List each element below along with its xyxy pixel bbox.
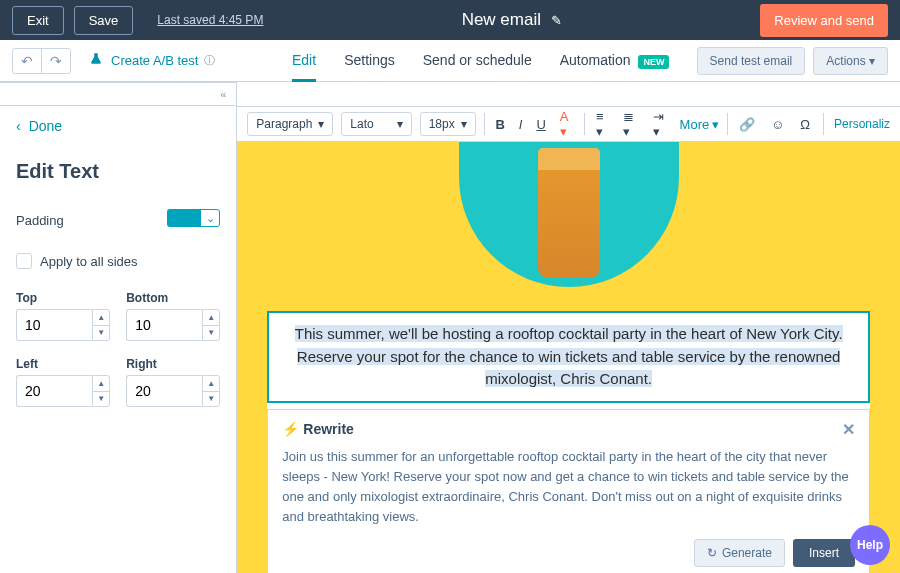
padding-label: Padding xyxy=(16,213,64,228)
chevron-down-icon: ⌄ xyxy=(200,209,220,227)
apply-all-checkbox[interactable] xyxy=(16,253,32,269)
padding-bottom-input: ▲▼ xyxy=(126,309,220,341)
content-block: This summer, we'll be hosting a rooftop … xyxy=(267,311,870,573)
tab-send-or-schedule[interactable]: Send or schedule xyxy=(423,41,532,82)
redo-button[interactable]: ↷ xyxy=(42,49,70,73)
italic-button[interactable]: I xyxy=(516,117,526,132)
link-icon[interactable]: 🔗 xyxy=(736,117,758,132)
close-icon[interactable]: ✕ xyxy=(842,420,855,439)
ab-test-label: Create A/B test xyxy=(111,53,198,68)
padding-top-bottom: Top ▲▼ Bottom ▲▼ xyxy=(0,283,236,349)
padding-top-input: ▲▼ xyxy=(16,309,110,341)
align-button[interactable]: ≡ ▾ xyxy=(593,109,612,139)
rich-text-toolbar: Paragraph▾ Lato▾ 18px▾ B I U A ▾ ≡ ▾ ≣ ▾… xyxy=(237,106,900,142)
cocktail-glass-graphic xyxy=(538,148,600,278)
rewrite-title: Rewrite xyxy=(303,421,354,437)
info-icon[interactable]: ⓘ xyxy=(204,53,215,68)
chevron-left-icon: ‹ xyxy=(16,118,21,134)
workspace: « ‹ Done Edit Text Padding ⌄ Apply to al… xyxy=(0,82,900,573)
hero-image xyxy=(459,142,679,287)
padding-right-field[interactable] xyxy=(126,375,202,407)
section-title: Edit Text xyxy=(0,146,236,201)
bolt-icon: ⚡ xyxy=(282,421,299,437)
more-dropdown[interactable]: More ▾ xyxy=(680,117,720,132)
main-tabs: Edit Settings Send or schedule Automatio… xyxy=(292,40,669,82)
padding-row: Padding ⌄ xyxy=(0,201,236,239)
generate-button[interactable]: ↻Generate xyxy=(694,539,785,567)
menubar-right: Send test email Actions ▾ xyxy=(697,47,888,75)
insert-button[interactable]: Insert xyxy=(793,539,855,567)
separator xyxy=(823,113,824,135)
edit-title-icon[interactable]: ✎ xyxy=(551,13,562,28)
selected-text-block[interactable]: This summer, we'll be hosting a rooftop … xyxy=(267,311,870,403)
padding-bottom-field[interactable] xyxy=(126,309,202,341)
tab-edit[interactable]: Edit xyxy=(292,41,316,82)
padding-left-input: ▲▼ xyxy=(16,375,110,407)
padding-right-stepper[interactable]: ▲▼ xyxy=(202,375,220,407)
bold-button[interactable]: B xyxy=(492,117,507,132)
separator xyxy=(584,113,585,135)
padding-right-label: Right xyxy=(126,357,220,371)
tab-settings[interactable]: Settings xyxy=(344,41,395,82)
save-button[interactable]: Save xyxy=(74,6,134,35)
padding-top-label: Top xyxy=(16,291,110,305)
padding-bottom-stepper[interactable]: ▲▼ xyxy=(202,309,220,341)
send-test-email-button[interactable]: Send test email xyxy=(697,47,806,75)
apply-all-label: Apply to all sides xyxy=(40,254,138,269)
padding-toggle[interactable]: ⌄ xyxy=(167,209,220,231)
paragraph-style-dropdown[interactable]: Paragraph▾ xyxy=(247,112,333,136)
topbar-left: Exit Save Last saved 4:45 PM xyxy=(12,6,263,35)
flask-icon xyxy=(89,52,105,69)
help-button[interactable]: Help xyxy=(850,525,890,565)
font-size-dropdown[interactable]: 18px▾ xyxy=(420,112,476,136)
collapse-sidebar-button[interactable]: « xyxy=(0,82,236,106)
special-char-icon[interactable]: Ω xyxy=(797,117,813,132)
body-text: This summer, we'll be hosting a rooftop … xyxy=(295,325,843,387)
rewrite-suggestion: Join us this summer for an unforgettable… xyxy=(282,447,855,528)
done-button[interactable]: ‹ Done xyxy=(0,106,236,146)
padding-left-label: Left xyxy=(16,357,110,371)
email-title: New email ✎ xyxy=(462,10,562,30)
tab-automation[interactable]: Automation NEW xyxy=(560,41,670,82)
email-canvas: Paragraph▾ Lato▾ 18px▾ B I U A ▾ ≡ ▾ ≣ ▾… xyxy=(237,82,900,573)
chevron-down-icon: ▾ xyxy=(461,117,467,131)
new-badge: NEW xyxy=(638,55,669,69)
padding-right-input: ▲▼ xyxy=(126,375,220,407)
review-and-send-button[interactable]: Review and send xyxy=(760,4,888,37)
last-saved-link[interactable]: Last saved 4:45 PM xyxy=(157,13,263,27)
text-color-button[interactable]: A ▾ xyxy=(557,109,576,139)
title-text: New email xyxy=(462,10,541,30)
padding-left-right: Left ▲▼ Right ▲▼ xyxy=(0,349,236,415)
apply-all-sides-row: Apply to all sides xyxy=(0,239,236,283)
menubar-left: ↶ ↷ Create A/B test ⓘ xyxy=(12,48,215,74)
padding-left-field[interactable] xyxy=(16,375,92,407)
emoji-icon[interactable]: ☺ xyxy=(768,117,787,132)
separator xyxy=(484,113,485,135)
undo-redo-group: ↶ ↷ xyxy=(12,48,71,74)
chevron-down-icon: ▾ xyxy=(397,117,403,131)
padding-bottom-label: Bottom xyxy=(126,291,220,305)
padding-top-field[interactable] xyxy=(16,309,92,341)
done-label: Done xyxy=(29,118,62,134)
undo-button[interactable]: ↶ xyxy=(13,49,42,73)
padding-top-stepper[interactable]: ▲▼ xyxy=(92,309,110,341)
rewrite-actions: ↻Generate Insert xyxy=(282,539,855,567)
top-bar: Exit Save Last saved 4:45 PM New email ✎… xyxy=(0,0,900,40)
exit-button[interactable]: Exit xyxy=(12,6,64,35)
padding-left-stepper[interactable]: ▲▼ xyxy=(92,375,110,407)
email-body-background: This summer, we'll be hosting a rooftop … xyxy=(237,142,900,573)
left-sidebar: « ‹ Done Edit Text Padding ⌄ Apply to al… xyxy=(0,82,237,573)
indent-button[interactable]: ⇥ ▾ xyxy=(650,109,672,139)
rewrite-panel: ⚡Rewrite ✕ Join us this summer for an un… xyxy=(267,409,870,574)
list-button[interactable]: ≣ ▾ xyxy=(620,109,642,139)
rewrite-header: ⚡Rewrite ✕ xyxy=(282,420,855,439)
underline-button[interactable]: U xyxy=(533,117,548,132)
font-family-dropdown[interactable]: Lato▾ xyxy=(341,112,411,136)
chevron-down-icon: ▾ xyxy=(318,117,324,131)
create-ab-test-button[interactable]: Create A/B test ⓘ xyxy=(89,52,215,69)
separator xyxy=(727,113,728,135)
personalize-button[interactable]: Personaliz xyxy=(834,117,890,131)
refresh-icon: ↻ xyxy=(707,546,717,560)
actions-dropdown[interactable]: Actions ▾ xyxy=(813,47,888,75)
